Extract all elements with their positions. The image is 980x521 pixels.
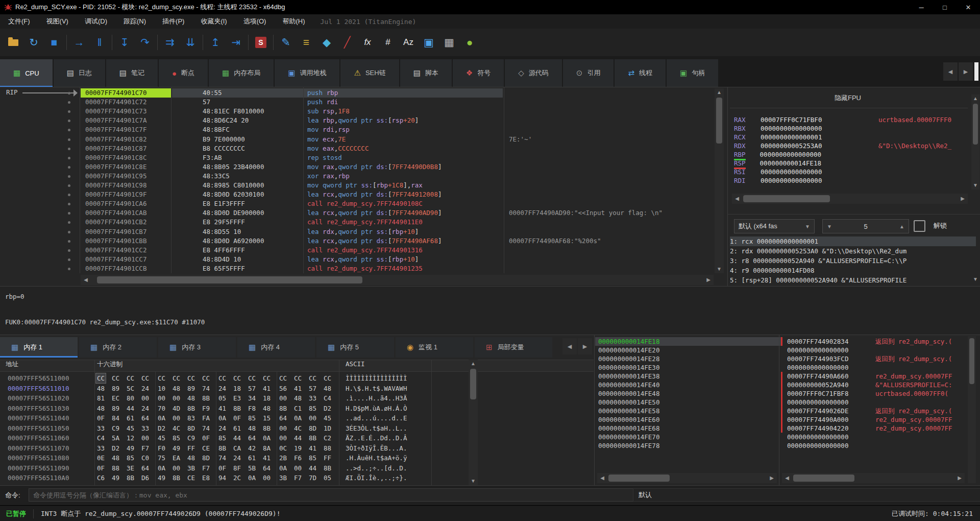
- breakpoint-dot[interactable]: [68, 138, 70, 141]
- tab-日志[interactable]: ▤日志: [54, 59, 105, 87]
- disasm-row[interactable]: 00007FF744901CC2E8 4FF6FFFFcall re2_dump…: [0, 246, 715, 255]
- step-over-icon[interactable]: ↷: [135, 32, 155, 53]
- dump-byte[interactable]: CC: [263, 373, 271, 383]
- dump-byte[interactable]: 49: [173, 443, 180, 453]
- stack-address-row[interactable]: 000000000014FE18: [595, 337, 781, 346]
- dump-byte[interactable]: 0C: [279, 443, 287, 453]
- disasm-vscroll-down-icon[interactable]: ▼: [715, 265, 723, 273]
- registers-hscroll-right-icon[interactable]: ▶: [959, 195, 967, 203]
- stack-value-row[interactable]: 000000000052A940&"ALLUSERSPROFILE=C:: [781, 381, 978, 389]
- argument-row[interactable]: 2: rdx 00000000005253A0 &"D:\\Desktop\\R…: [730, 246, 976, 256]
- dump-byte[interactable]: 41: [218, 404, 226, 413]
- dump-byte[interactable]: 00: [309, 413, 316, 423]
- dump-byte[interactable]: CC: [127, 373, 134, 383]
- restart-icon[interactable]: ↻: [23, 32, 44, 53]
- dump-byte[interactable]: 48: [97, 404, 105, 413]
- dump-byte[interactable]: 5B: [248, 463, 256, 473]
- stack-address-row[interactable]: 000000000014FE60: [595, 415, 781, 424]
- dump-byte[interactable]: 61: [248, 453, 256, 463]
- dump-byte[interactable]: 41: [263, 384, 271, 393]
- dump-byte[interactable]: 33: [309, 393, 316, 403]
- dump-byte[interactable]: 0A: [218, 413, 226, 423]
- dump-byte[interactable]: CE: [202, 443, 210, 453]
- dump-byte[interactable]: 0F: [97, 463, 105, 473]
- breakpoint-dot[interactable]: [68, 166, 70, 169]
- registers-hscrollbar[interactable]: ◀ ▶: [732, 194, 968, 204]
- dump-byte[interactable]: CC: [248, 373, 256, 383]
- dump-byte[interactable]: D2: [158, 423, 165, 433]
- dump-byte[interactable]: 81: [97, 393, 105, 403]
- dump-byte[interactable]: 4C: [173, 423, 180, 433]
- dump-byte[interactable]: 8B: [309, 433, 316, 443]
- stack-address-row[interactable]: 000000000014FE78: [595, 441, 781, 450]
- dump-byte[interactable]: 8D: [309, 423, 316, 433]
- registers-vscroll-thumb[interactable]: [973, 104, 978, 145]
- register-row-RDX[interactable]: RDX00000000005253A0&"D:\\Desktop\\Re2_: [734, 141, 978, 150]
- stack-address-row[interactable]: 000000000014FE40: [595, 381, 781, 389]
- disasm-vscrollbar[interactable]: ▲ ▼: [715, 88, 724, 273]
- values-hscrollbar[interactable]: ◀ ▶: [782, 473, 965, 483]
- dump-byte[interactable]: C6: [97, 473, 105, 483]
- dump-byte[interactable]: 33: [141, 423, 149, 433]
- dump-byte[interactable]: 48: [324, 384, 331, 393]
- dump-byte[interactable]: CC: [173, 373, 180, 383]
- preferences-icon[interactable]: ≡: [296, 32, 316, 53]
- tab-scroll-right-icon[interactable]: ▶: [959, 62, 973, 81]
- disasm-row[interactable]: 00007FF744901C9848:8985 C8010000mov qwor…: [0, 181, 715, 190]
- stack-value-row[interactable]: 00007FFF0C71FBF8ucrtbased.00007FF0(: [781, 389, 978, 398]
- values-hsc-thumb[interactable]: [793, 475, 854, 482]
- dump-byte[interactable]: 64: [141, 463, 149, 473]
- stack-address-row[interactable]: 000000000014FE48: [595, 389, 781, 398]
- argument-row[interactable]: 3: r8 000000000052A940 &"ALLUSERSPROFILE…: [730, 256, 976, 266]
- dump-byte[interactable]: 3B: [279, 473, 287, 483]
- disasm-row[interactable]: 00007FF744901C7F48:8BFCmov rdi,rsp: [0, 125, 715, 134]
- dump-byte[interactable]: C2: [324, 433, 331, 443]
- dump-byte[interactable]: 49: [112, 473, 119, 483]
- dump-byte[interactable]: 33: [97, 443, 105, 453]
- tab-scroll-left-icon[interactable]: ◀: [943, 62, 958, 81]
- disasm-hscroll-thumb[interactable]: [97, 276, 362, 283]
- breakpoint-dot[interactable]: [68, 221, 70, 224]
- dump-byte[interactable]: CC: [96, 373, 106, 383]
- dump-byte[interactable]: 48: [112, 453, 119, 463]
- dump-byte[interactable]: 24: [218, 423, 226, 433]
- dump-byte[interactable]: 88: [112, 463, 119, 473]
- stack-value-row[interactable]: 0000000000000000: [781, 441, 978, 450]
- dump-byte[interactable]: 85: [309, 453, 316, 463]
- hash-icon[interactable]: #: [378, 32, 398, 53]
- dump-byte[interactable]: CE: [187, 473, 195, 483]
- dump-byte[interactable]: C1: [294, 404, 302, 413]
- dump-byte[interactable]: 64: [141, 413, 149, 423]
- menu-item-选项(O)[interactable]: 选项(O): [235, 17, 275, 25]
- dump-byte[interactable]: CC: [279, 373, 287, 383]
- dump-byte[interactable]: 8D: [187, 423, 195, 433]
- menu-item-调试(D)[interactable]: 调试(D): [77, 17, 115, 25]
- dump-byte[interactable]: 2B: [279, 453, 287, 463]
- disasm-row[interactable]: 00007FF744901CB748:8D55 10lea rdx,qword …: [0, 227, 715, 236]
- disasm-row[interactable]: 00007FF744901CBB48:8D0D A6920000lea rcx,…: [0, 236, 715, 246]
- dump-byte[interactable]: 74: [202, 384, 210, 393]
- argument-row[interactable]: 5: [rsp+28] 000000000052A940 &"ALLUSERSP…: [730, 275, 976, 285]
- values-hsc-left-icon[interactable]: ◀: [783, 474, 791, 482]
- stack-address-row[interactable]: 000000000014FE68: [595, 424, 781, 433]
- dump-byte[interactable]: 0F: [233, 413, 241, 423]
- patch-icon[interactable]: ✎: [276, 32, 296, 53]
- disasm-hscroll-right-icon[interactable]: ▶: [704, 276, 713, 284]
- disasm-row[interactable]: 00007FF744901CC748:8D4D 10lea rcx,qword …: [0, 255, 715, 264]
- dump-byte[interactable]: 44: [233, 433, 241, 443]
- dump-byte[interactable]: 00: [294, 463, 302, 473]
- registers-vscrollbar[interactable]: ▲ ▼: [971, 94, 979, 190]
- command-mode-select[interactable]: 默认: [633, 488, 980, 502]
- menu-item-帮助(H)[interactable]: 帮助(H): [274, 17, 313, 25]
- dump-byte[interactable]: C0: [141, 453, 149, 463]
- dump-byte[interactable]: 8A: [263, 443, 271, 453]
- open-file-icon[interactable]: [3, 32, 23, 53]
- breakpoint-dot[interactable]: [68, 268, 70, 270]
- dump-byte[interactable]: 57: [248, 384, 256, 393]
- hide-debugger-icon[interactable]: ╱: [337, 32, 357, 53]
- dump-byte[interactable]: 12: [127, 433, 134, 443]
- dump-byte[interactable]: 48: [173, 384, 180, 393]
- dump-byte[interactable]: 15: [263, 413, 271, 423]
- dump-byte[interactable]: 88: [324, 443, 331, 453]
- breakpoint-dot[interactable]: [68, 129, 70, 131]
